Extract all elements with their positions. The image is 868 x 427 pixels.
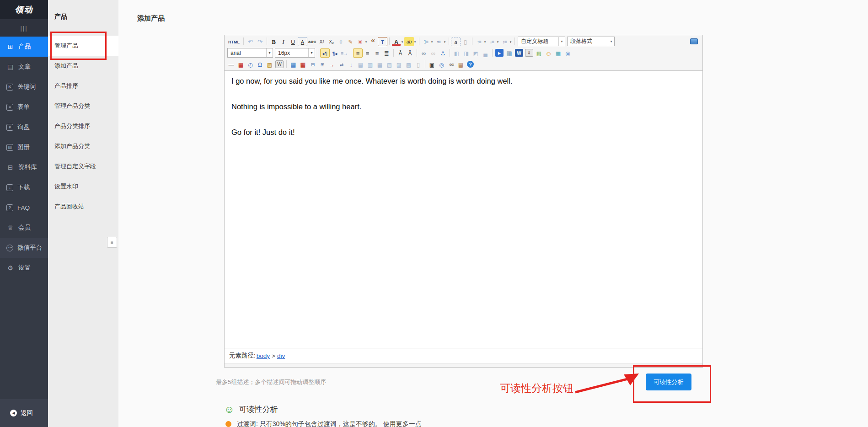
preview-button[interactable]: ◎	[437, 60, 446, 69]
ltr-paragraph-button[interactable]: ▸¶	[320, 48, 330, 58]
font-size-select[interactable]: 16px▾	[275, 48, 315, 58]
paragraph-spacing-arrow[interactable]: ▾	[496, 37, 500, 46]
submenu-item-add-product[interactable]: 添加产品	[48, 56, 118, 76]
readability-analyze-button[interactable]: 可读性分析	[646, 374, 691, 390]
image-float-left-button[interactable]: ◧	[452, 48, 461, 58]
table-op-row-below-button[interactable]: ▥	[365, 60, 375, 69]
insert-column-button[interactable]: ⇄	[337, 60, 346, 69]
text-transform-upper-button[interactable]: Â	[396, 48, 405, 58]
line-height-arrow[interactable]: ▾	[509, 37, 513, 46]
font-color-button[interactable]: A	[391, 37, 401, 46]
custom-heading-select[interactable]: 自定义标题▾	[518, 37, 565, 46]
insert-link-button[interactable]: ∞	[419, 48, 429, 58]
submenu-item-set-watermark[interactable]: 设置水印	[48, 176, 118, 197]
table-op-merge-right-button[interactable]: ▨	[394, 60, 404, 69]
sidebar-item-settings[interactable]: ⚙设置	[0, 258, 48, 278]
align-left-button[interactable]: ≡	[353, 48, 363, 58]
ordered-list-button[interactable]: 1≡	[421, 37, 431, 46]
sidebar-item-member[interactable]: ♕会员	[0, 218, 48, 238]
highlight-color-button[interactable]: ab	[404, 37, 414, 46]
text-transform-lower-button[interactable]: Â	[405, 48, 415, 58]
find-replace-button[interactable]: ⊙⊙	[446, 60, 456, 69]
back-button[interactable]: ◀ 返回	[0, 399, 48, 427]
image-inline-button[interactable]: ◨	[461, 48, 471, 58]
help-button[interactable]: ?	[467, 61, 474, 68]
submenu-item-manage-products[interactable]: 管理产品	[48, 36, 118, 56]
sidebar-item-inquiry[interactable]: ¥询盘	[0, 117, 48, 137]
italic-button[interactable]: I	[279, 37, 288, 46]
insert-media-button[interactable]: ▥	[504, 48, 514, 58]
submenu-collapse-toggle[interactable]: ≡	[107, 237, 117, 248]
eraser-button[interactable]: ◊	[336, 37, 346, 46]
special-symbol-button[interactable]: Ω	[255, 60, 265, 69]
image-map-button[interactable]: ▨	[265, 60, 274, 69]
fullscreen-monitor-button[interactable]	[690, 38, 698, 44]
sidebar-item-wechat[interactable]: ⋯微信平台	[0, 238, 48, 258]
upload-file-button[interactable]: ⇓	[525, 49, 533, 57]
paste-plain-button[interactable]: ▤	[456, 60, 466, 69]
sidebar-item-product[interactable]: ⊞产品	[0, 37, 48, 57]
emoticons-button[interactable]: ☺	[544, 48, 553, 58]
delete-table-button[interactable]: ▦	[298, 60, 308, 69]
insert-video-button[interactable]: ▶	[495, 49, 504, 57]
undo-button[interactable]: ↶	[246, 37, 255, 46]
underline-button[interactable]: U	[288, 37, 298, 46]
element-path-link-body[interactable]: body	[257, 352, 270, 359]
table-op-row-above-button[interactable]: ▤	[356, 60, 365, 69]
align-justify-button[interactable]: ≣	[382, 48, 391, 58]
subscript-button[interactable]: X₂	[327, 37, 336, 46]
paint-format-button[interactable]: ※	[355, 37, 365, 46]
image-float-right-button[interactable]: ◩	[471, 48, 481, 58]
submenu-item-product-sort[interactable]: 产品排序	[48, 76, 118, 96]
submenu-item-product-category-sort[interactable]: 产品分类排序	[48, 116, 118, 136]
editor-resize-grip[interactable]	[225, 363, 702, 367]
sidebar-item-faq[interactable]: ?FAQ	[0, 197, 48, 218]
highlight-color-arrow[interactable]: ▾	[413, 37, 417, 46]
font-color-arrow[interactable]: ▾	[400, 37, 404, 46]
insert-title-button[interactable]: T	[378, 37, 387, 46]
table-op-col-right-button[interactable]: ▧	[385, 60, 394, 69]
sidebar-item-form[interactable]: ≡表单	[0, 97, 48, 117]
horizontal-rule-button[interactable]: —	[226, 60, 236, 69]
unordered-list-button[interactable]: •≡	[434, 37, 444, 46]
paragraph-spacing-button[interactable]: ↓≡	[487, 37, 497, 46]
superscript-button[interactable]: X²	[317, 37, 327, 46]
html-source-button[interactable]: HTML	[226, 37, 241, 46]
import-word-button[interactable]: W	[515, 49, 523, 57]
sidebar-item-keyword[interactable]: K关键词	[0, 77, 48, 97]
font-color-box-button[interactable]: A	[298, 37, 307, 46]
unordered-list-arrow[interactable]: ▾	[443, 37, 447, 46]
paragraph-format-select[interactable]: 段落格式▾	[567, 37, 615, 46]
insert-table-button[interactable]: ▦	[289, 60, 298, 69]
element-path-link-div[interactable]: div	[277, 352, 285, 359]
table-properties-button[interactable]: ⊟	[308, 60, 317, 69]
page-break-button[interactable]: ▯	[413, 60, 423, 69]
line-height-button[interactable]: ↕≡	[500, 37, 509, 46]
paint-format-arrow[interactable]: ▾	[364, 37, 368, 46]
insert-image-button[interactable]: ▨	[534, 48, 544, 58]
sidebar-item-gallery[interactable]: ▨图册	[0, 137, 48, 157]
sidebar-collapse-button[interactable]: |||	[0, 19, 48, 37]
insert-time-button[interactable]: ◴	[246, 60, 255, 69]
rtl-paragraph-button[interactable]: ¶◂	[330, 48, 339, 58]
sidebar-item-download[interactable]: ↓下载	[0, 177, 48, 197]
clean-word-button[interactable]: W	[275, 60, 284, 68]
merge-cells-button[interactable]: ↓	[346, 60, 356, 69]
strikethrough-button[interactable]: ABC	[307, 37, 317, 46]
unlink-button[interactable]: ∞	[429, 48, 438, 58]
print-button[interactable]: ▣	[427, 60, 437, 69]
insert-map-button[interactable]: ◎	[563, 48, 573, 58]
paragraph-align-button[interactable]: ↑≡	[474, 37, 484, 46]
align-right-button[interactable]: ≡	[372, 48, 382, 58]
submenu-item-add-product-category[interactable]: 添加产品分类	[48, 136, 118, 156]
ordered-list-arrow[interactable]: ▾	[430, 37, 434, 46]
editor-content[interactable]: I go now, for you said you like me once.…	[225, 71, 702, 348]
table-op-merge-down-button[interactable]: ▩	[404, 60, 413, 69]
paragraph-align-arrow[interactable]: ▾	[483, 37, 487, 46]
format-brush-button[interactable]: ✎	[346, 37, 355, 46]
submenu-item-product-recycle-bin[interactable]: 产品回收站	[48, 197, 118, 217]
insert-date-button[interactable]: ▦	[236, 60, 246, 69]
submenu-item-manage-product-categories[interactable]: 管理产品分类	[48, 96, 118, 116]
sidebar-item-article[interactable]: ▤文章	[0, 57, 48, 77]
redo-button[interactable]: ↷	[255, 37, 265, 46]
